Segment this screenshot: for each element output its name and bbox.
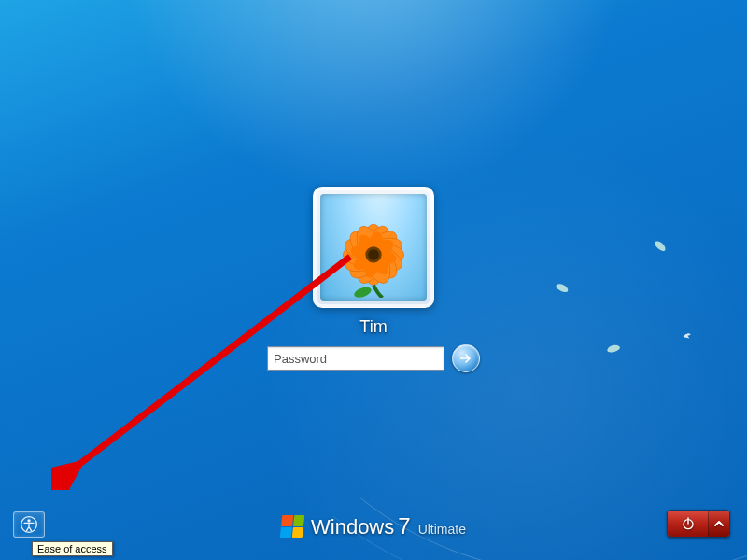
chevron-up-icon xyxy=(714,519,724,528)
power-icon xyxy=(681,516,696,531)
windows-logo-icon xyxy=(280,515,305,538)
password-input[interactable] xyxy=(267,346,444,371)
user-avatar xyxy=(320,194,427,301)
power-button-group xyxy=(667,510,730,538)
flower-icon xyxy=(329,208,418,298)
brand-version: 7 xyxy=(398,513,410,539)
leaf-decoration xyxy=(653,239,667,252)
shutdown-button[interactable] xyxy=(668,511,709,537)
submit-button[interactable] xyxy=(452,344,480,372)
svg-point-14 xyxy=(353,285,373,298)
ease-of-access-tooltip: Ease of access xyxy=(32,541,113,556)
arrow-right-icon xyxy=(458,351,473,366)
windows-brand: Windows 7 Ultimate xyxy=(281,513,466,539)
svg-point-13 xyxy=(368,249,379,260)
username-label: Tim xyxy=(359,317,387,337)
brand-name: Windows xyxy=(311,515,394,539)
power-options-button[interactable] xyxy=(709,511,729,537)
leaf-decoration xyxy=(606,343,620,353)
accessibility-icon xyxy=(20,515,38,534)
login-panel: Tim xyxy=(267,187,480,372)
leaf-decoration xyxy=(555,282,570,293)
svg-point-17 xyxy=(27,519,30,522)
hummingbird-decoration xyxy=(682,327,695,336)
ease-of-access-button[interactable] xyxy=(13,511,45,538)
user-avatar-frame[interactable] xyxy=(313,187,434,308)
password-row xyxy=(267,344,480,372)
brand-edition: Ultimate xyxy=(418,522,466,537)
